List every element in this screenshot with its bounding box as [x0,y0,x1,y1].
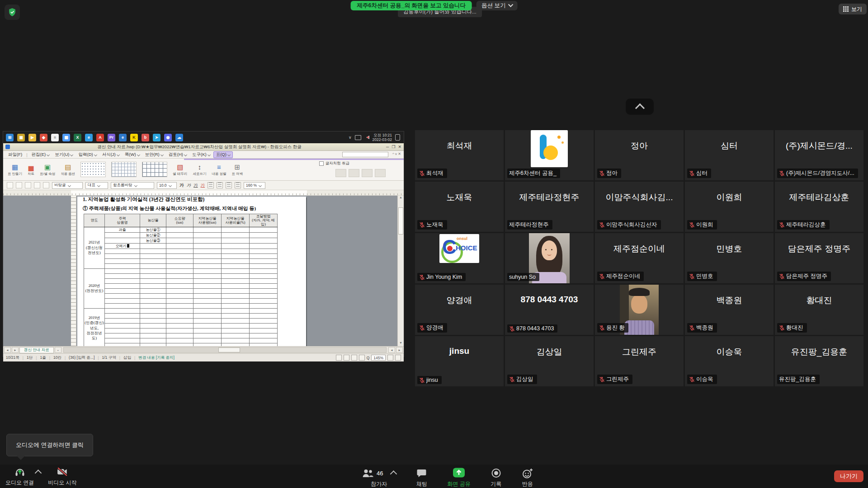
table-cell[interactable] [140,293,166,298]
scroll-up-arrow[interactable]: ▲ [398,196,404,201]
table-cell[interactable] [166,338,193,343]
table-cell[interactable] [105,258,140,263]
open-icon[interactable] [16,182,22,188]
menu-side-buttons[interactable]: ^ v ✕ [392,152,401,156]
table-cell[interactable] [105,313,140,318]
participant-tile[interactable]: 심터심터 [685,130,774,180]
monitor-icon[interactable] [355,135,361,140]
table-cell[interactable] [222,308,250,313]
restore-button[interactable]: ❐ [392,145,395,149]
action-center-icon[interactable] [395,134,400,141]
participant-tile[interactable]: 정아정아 [595,130,684,180]
participant-tile[interactable]: 제주6차센터 공용_ [505,130,594,180]
table-cell[interactable] [105,268,140,273]
collapse-gallery-button[interactable] [626,99,654,115]
table-cell[interactable] [166,268,193,273]
table-cell[interactable] [140,338,166,343]
premiere-icon[interactable]: Pr [108,134,115,141]
table-cell[interactable] [193,273,222,278]
table-cell[interactable] [140,288,166,293]
table-cell[interactable] [222,249,250,253]
menu-item[interactable]: 도구(K) [190,151,212,158]
table-cell[interactable] [250,323,278,328]
participant-tile[interactable]: 백종원백종원 [685,285,774,335]
table-cell[interactable] [105,238,140,243]
table-cell[interactable] [193,232,222,238]
table-cell[interactable] [222,298,250,303]
table-cell[interactable] [222,328,250,333]
table-cell[interactable]: 농산물② [140,232,166,238]
table-cell[interactable] [250,227,278,232]
table-cell[interactable] [250,298,278,303]
participant-tile[interactable]: jinsujinsu [415,336,504,386]
table-cell[interactable] [193,258,222,263]
gallery-view-button[interactable]: 보기 [839,4,867,14]
table-cell[interactable] [193,238,222,243]
table-cell[interactable] [140,283,166,288]
table-cell[interactable] [166,318,193,323]
tab-next-arrow[interactable]: ► [12,347,19,353]
ribbon-표-만들기-button[interactable]: ▦표 만들기 [8,163,22,176]
font-color-button[interactable]: 가 [201,183,205,188]
table-cell[interactable] [166,333,193,338]
view-mode-3-button[interactable] [351,355,357,361]
table-cell[interactable] [222,303,250,308]
participants-chevron[interactable] [390,470,397,478]
menu-item[interactable]: 보안(R) [143,151,165,158]
participant-tile[interactable]: 878 0443 4703878 0443 4703 [505,285,594,335]
table-cell[interactable] [166,227,193,232]
align-center-button[interactable] [217,182,223,188]
tray-chevron-icon[interactable]: ∨ [349,135,352,140]
line-spacing-dropdown[interactable]: 160 % [244,182,265,189]
table-cell[interactable] [140,318,166,323]
table-cell[interactable] [105,343,140,346]
font-dropdown[interactable]: 함초롬바탕 [111,182,154,189]
table-cell[interactable] [193,333,222,338]
table-cell[interactable] [250,263,278,268]
table-cell[interactable] [222,278,250,283]
table-cell[interactable] [222,258,250,263]
print-icon[interactable] [34,182,40,188]
view-options-button[interactable]: 옵션 보기 [476,1,517,10]
hscroll-left-arrow[interactable]: ◄ [388,347,395,353]
table-cell[interactable] [140,308,166,313]
table-cell[interactable] [250,273,278,278]
table-cell[interactable] [250,343,278,346]
align-justify-button[interactable] [235,182,241,188]
table-cell[interactable] [166,253,193,258]
table-cell[interactable] [166,263,193,268]
table-cell[interactable]: 농산물③ [140,238,166,243]
participant-tile[interactable]: 김상일김상일 [505,336,594,386]
table-cell[interactable] [166,238,193,243]
participant-tile[interactable]: 그린제주그린제주 [595,336,684,386]
telegram-icon[interactable]: ➤ [153,134,160,141]
scroll-down-arrow[interactable]: ▼ [398,341,404,346]
table-cell[interactable] [222,318,250,323]
tab-prev-arrow[interactable]: ◄ [4,347,11,353]
menu-item[interactable]: 입력(D) [76,151,99,158]
table-cell[interactable] [105,232,140,238]
participant-tile[interactable]: 유진팡_김용훈유진팡_김용훈 [775,336,863,386]
table-cell[interactable] [193,298,222,303]
view-mode-2-button[interactable] [344,355,349,361]
leave-meeting-button[interactable]: 나가기 [834,470,863,482]
ribbon-세로쓰기-button[interactable]: ↕세로쓰기 [193,163,206,176]
participant-tile[interactable]: 최석재최석재 [415,130,504,180]
chat-button[interactable]: 채팅 [416,467,427,488]
table-cell[interactable] [140,323,166,328]
menu-item[interactable]: 서식(J) [100,151,122,158]
table-cell[interactable] [193,288,222,293]
notepad-icon[interactable]: ≡ [51,134,59,141]
table-cell[interactable] [250,238,278,243]
table-cell[interactable] [222,333,250,338]
table-cell[interactable] [250,249,278,253]
menu-search-input[interactable] [342,152,388,157]
table-cell[interactable] [222,238,250,243]
kakaotalk-icon[interactable]: K [130,134,138,141]
table-cell[interactable] [140,303,166,308]
table-cell[interactable] [166,249,193,253]
table-cell[interactable] [140,249,166,253]
table-cell[interactable] [166,288,193,293]
table-cell[interactable] [105,278,140,283]
table-cell[interactable] [105,333,140,338]
